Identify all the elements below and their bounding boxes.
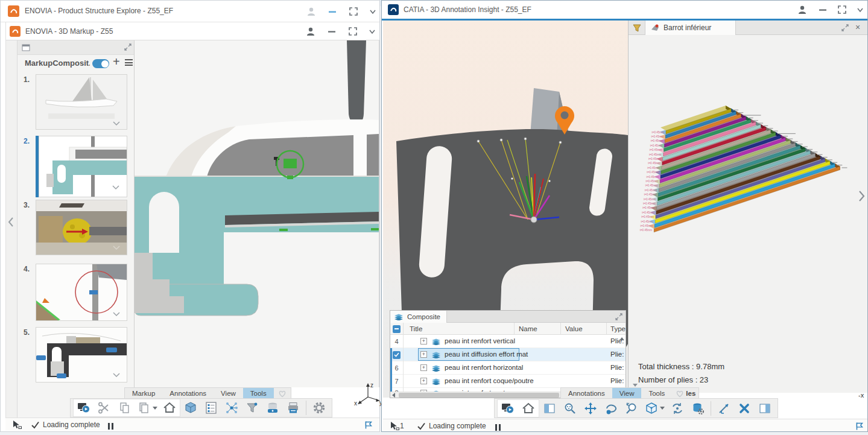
column-divider[interactable] xyxy=(606,323,607,335)
column-header-title[interactable]: Title xyxy=(410,323,422,335)
expand-row-button[interactable]: + xyxy=(420,364,427,371)
scrollbar-thumb[interactable] xyxy=(399,393,559,398)
home-button[interactable] xyxy=(518,400,539,417)
column-header-value[interactable]: Value xyxy=(565,323,583,335)
cut-button[interactable] xyxy=(94,399,115,416)
panel-menu-button[interactable] xyxy=(125,59,133,66)
settings-button[interactable] xyxy=(309,399,329,416)
delete-button[interactable] xyxy=(734,400,755,417)
collapse-panel-chevron[interactable] xyxy=(6,215,16,229)
markup-3d-viewport[interactable] xyxy=(135,40,379,387)
scroll-up-arrow[interactable] xyxy=(619,337,624,340)
markup-window-titlebar: ENOVIA - 3D Markup - Z55 xyxy=(5,22,379,40)
paste-button[interactable] xyxy=(135,399,159,416)
expand-panel-icon[interactable] xyxy=(615,313,623,321)
filter-button[interactable] xyxy=(242,399,262,416)
tab-tools[interactable]: Tools xyxy=(243,388,274,399)
table-row[interactable]: 7 + peau int renfort coque/poutre Plie: xyxy=(390,375,626,388)
database-button[interactable] xyxy=(262,399,283,416)
favorites-tab-button[interactable] xyxy=(274,388,291,398)
column-header-type[interactable]: Type xyxy=(610,323,626,335)
chevron-down-icon[interactable] xyxy=(367,6,378,17)
split-view-button[interactable] xyxy=(755,400,775,417)
share-user-icon[interactable] xyxy=(305,26,316,37)
tab-barrot-inferieur[interactable]: Barrot inférieur xyxy=(645,21,736,35)
rotate-button[interactable] xyxy=(601,400,621,417)
chevron-down-icon[interactable] xyxy=(367,26,378,37)
tab-tools[interactable]: Tools xyxy=(641,388,672,399)
tabbar-collapse-handle[interactable] xyxy=(633,384,638,387)
tab-view[interactable]: View xyxy=(214,388,243,399)
iso-view-button[interactable] xyxy=(642,400,667,417)
markup-thumbnail-4[interactable] xyxy=(36,264,127,321)
gear-icon xyxy=(312,401,326,415)
zoom-button[interactable] xyxy=(560,400,580,417)
tab-annotations[interactable]: Annotations xyxy=(561,388,612,399)
share-user-icon[interactable] xyxy=(797,4,808,15)
zoom-area-icon xyxy=(624,401,639,416)
column-divider[interactable] xyxy=(560,323,561,335)
minimize-button[interactable] xyxy=(817,4,828,15)
markup-thumbnail-1[interactable] xyxy=(36,74,127,130)
select-cursor-icon[interactable] xyxy=(11,420,22,430)
refresh-view-button[interactable] xyxy=(667,400,688,417)
expand-right-chevron[interactable] xyxy=(857,189,867,203)
network-button[interactable] xyxy=(221,399,242,416)
maximize-button[interactable] xyxy=(347,26,358,37)
present-screen-button[interactable] xyxy=(498,400,518,417)
column-divider[interactable] xyxy=(514,323,515,335)
row-checkbox[interactable] xyxy=(390,348,404,361)
database-settings-button[interactable] xyxy=(688,400,708,417)
row-type: Plie: xyxy=(610,377,624,384)
axis-x-label: x xyxy=(354,400,357,406)
pan-button[interactable] xyxy=(580,400,601,417)
minimize-button[interactable] xyxy=(326,26,337,37)
expand-row-button[interactable]: + xyxy=(420,378,427,384)
pause-loading-button[interactable] xyxy=(108,421,115,432)
gray-step-1 xyxy=(135,253,153,313)
row-title: peau int renfort horizontal xyxy=(445,364,523,371)
window-panel-icon[interactable] xyxy=(21,43,31,52)
3d-box-button[interactable] xyxy=(180,399,201,416)
maximize-button[interactable] xyxy=(837,4,847,15)
markup-thumbnail-3[interactable] xyxy=(36,200,127,255)
present-screen-button[interactable] xyxy=(74,399,94,416)
expand-panel-icon[interactable] xyxy=(841,24,849,32)
tab-markup[interactable]: Markup xyxy=(125,388,162,399)
maximize-button[interactable] xyxy=(348,6,359,17)
table-row[interactable]: 6 + peau int renfort horizontal Plie: xyxy=(390,361,626,375)
measure-button[interactable] xyxy=(714,400,734,417)
expand-row-button[interactable]: + xyxy=(420,338,427,345)
expand-row-button[interactable]: + xyxy=(420,351,427,358)
add-markup-button[interactable]: + xyxy=(113,55,120,69)
zoom-area-button[interactable] xyxy=(621,400,642,417)
notification-flag-icon[interactable] xyxy=(364,420,373,430)
markup-thumbnail-2[interactable] xyxy=(39,136,127,197)
close-panel-button[interactable]: × xyxy=(855,22,860,32)
tab-view[interactable]: View xyxy=(612,388,642,399)
pause-loading-button[interactable] xyxy=(495,422,502,433)
select-all-checkbox[interactable] xyxy=(390,323,404,335)
copy-button[interactable] xyxy=(115,399,135,416)
scroll-left-arrow[interactable] xyxy=(392,393,395,398)
tab-annotations[interactable]: Annotations xyxy=(162,388,214,399)
share-user-icon[interactable] xyxy=(306,6,317,17)
select-cursor-icon[interactable] xyxy=(389,421,400,431)
chevron-down-icon[interactable] xyxy=(855,4,866,15)
markup-visibility-toggle[interactable] xyxy=(92,59,109,68)
filter-button[interactable] xyxy=(629,21,645,35)
expand-panel-icon[interactable] xyxy=(124,43,132,51)
list-button[interactable] xyxy=(201,399,221,416)
minimize-button[interactable] xyxy=(327,6,338,17)
panel-layout-button[interactable] xyxy=(539,400,560,417)
print-button[interactable] xyxy=(283,399,303,416)
column-header-name[interactable]: Name xyxy=(519,323,537,335)
notification-flag-icon[interactable] xyxy=(855,421,864,431)
home-button[interactable] xyxy=(159,399,180,416)
insight-panel: Barrot inférieur × t=0.45mmt=0.45mmt=0.4… xyxy=(628,21,867,393)
favorites-tab-button[interactable]: les xyxy=(672,388,699,398)
markup-thumbnail-5[interactable] xyxy=(36,327,127,383)
table-row-selected[interactable]: + peau int diffusion effort mat Plie: xyxy=(390,348,626,361)
tab-composite[interactable]: Composite xyxy=(390,311,447,323)
table-row[interactable]: 4 + peau int renfort vertical Plie: xyxy=(390,335,626,348)
